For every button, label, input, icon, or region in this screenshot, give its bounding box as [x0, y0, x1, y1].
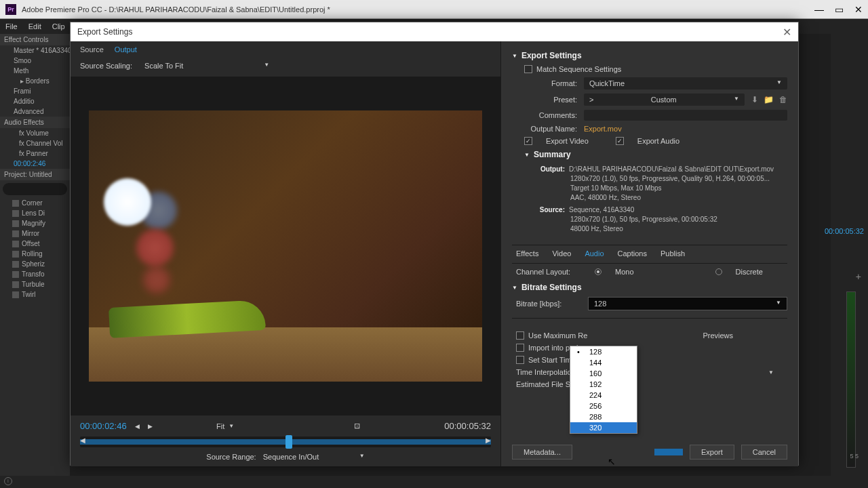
right-panel: 00:00:05:32 + 5 5	[831, 34, 868, 488]
export-settings-header[interactable]: ▼Export Settings	[512, 48, 787, 63]
search-input[interactable]	[3, 183, 67, 195]
start-timecode-checkbox[interactable]	[516, 356, 524, 364]
bitrate-option-224[interactable]: 224	[570, 390, 637, 401]
crop-icon[interactable]: ⊡	[354, 422, 360, 430]
preview-image	[89, 110, 482, 382]
format-dropdown[interactable]: QuickTime▼	[584, 77, 787, 89]
bitrate-option-288[interactable]: 288	[570, 411, 637, 422]
timeline-timecode: 00:00:05:32	[825, 227, 864, 235]
maximize-icon[interactable]: ▭	[835, 4, 844, 15]
app-title-bar: Pr Adobe Premiere Pro CC - D:\RAHUL PARI…	[0, 0, 868, 19]
step-back-icon[interactable]: ◀	[135, 423, 140, 430]
range-slider[interactable]: ◀▶	[80, 436, 491, 447]
save-preset-icon[interactable]: ⬇	[751, 95, 758, 104]
channel-mono-radio[interactable]	[595, 268, 601, 275]
dialog-title-bar: Export Settings ✕	[71, 22, 798, 41]
bitrate-option-320[interactable]: 320	[570, 422, 637, 433]
bitrate-option-128[interactable]: 128	[570, 346, 637, 357]
source-range-dropdown[interactable]: Sequence In/Out▼	[263, 453, 365, 461]
output-name-link[interactable]: Export.mov	[584, 125, 622, 133]
export-video-checkbox[interactable]	[524, 137, 532, 145]
playhead[interactable]	[285, 435, 292, 449]
app-title: Adobe Premiere Pro CC - D:\RAHUL PARIHAR…	[22, 5, 814, 14]
bitrate-option-144[interactable]: 144	[570, 357, 637, 368]
scaling-label: Source Scaling:	[80, 62, 132, 70]
comments-input[interactable]	[584, 110, 787, 121]
bitrate-option-160[interactable]: 160	[570, 368, 637, 379]
close-icon[interactable]: ✕	[854, 4, 863, 15]
minimize-icon[interactable]: —	[814, 4, 824, 15]
export-audio-checkbox[interactable]	[616, 137, 624, 145]
tab-audio[interactable]: Audio	[585, 249, 604, 258]
tab-video[interactable]: Video	[552, 249, 571, 258]
step-fwd-icon[interactable]: ▶	[148, 423, 153, 430]
tab-effects[interactable]: Effects	[516, 249, 538, 258]
dialog-close-button[interactable]: ✕	[783, 26, 791, 39]
export-settings-dialog: Export Settings ✕ Source Output Source S…	[70, 22, 799, 466]
preview-area	[71, 77, 500, 415]
bitrate-option-192[interactable]: 192	[570, 379, 637, 390]
tab-output[interactable]: Output	[115, 45, 137, 54]
fit-dropdown[interactable]: Fit▼	[216, 422, 234, 430]
info-icon[interactable]: i	[4, 477, 12, 485]
dialog-title: Export Settings	[77, 27, 132, 37]
source-range-label: Source Range:	[206, 453, 256, 461]
summary-header[interactable]: ▼Summary	[512, 147, 787, 162]
bitrate-dropdown[interactable]: 128▼	[588, 297, 787, 310]
left-sidebar: Effect Controls Master * 416A3340 Smoo M…	[0, 34, 70, 488]
max-render-checkbox[interactable]	[516, 331, 524, 340]
queue-button[interactable]	[654, 449, 683, 455]
cancel-button[interactable]: Cancel	[741, 445, 787, 460]
match-sequence-checkbox[interactable]	[524, 65, 532, 73]
delete-preset-icon[interactable]: 🗑	[779, 95, 787, 104]
menu-file[interactable]: File	[5, 22, 18, 30]
menu-edit[interactable]: Edit	[28, 22, 41, 30]
scaling-dropdown[interactable]: Scale To Fit▼	[139, 60, 275, 71]
master-clip[interactable]: Master * 416A3340	[0, 45, 70, 56]
import-project-checkbox[interactable]	[516, 344, 524, 352]
import-preset-icon[interactable]: 📁	[764, 95, 774, 104]
bitrate-settings-header[interactable]: ▼Bitrate Settings	[512, 280, 787, 295]
bitrate-option-256[interactable]: 256	[570, 401, 637, 411]
in-timecode[interactable]: 00:00:02:46	[80, 421, 127, 431]
preset-dropdown[interactable]: >Custom▼	[584, 94, 745, 106]
app-icon: Pr	[5, 4, 16, 15]
project-header[interactable]: Project: Untitled	[0, 169, 70, 180]
tab-publish[interactable]: Publish	[660, 249, 685, 258]
add-icon[interactable]: +	[856, 271, 861, 282]
menu-clip[interactable]: Clip	[52, 22, 65, 30]
out-timecode: 00:00:05:32	[444, 421, 491, 431]
metadata-button[interactable]: Metadata...	[512, 445, 572, 460]
bitrate-options-popup: 128 144 160 192 224 256 288 320	[570, 346, 637, 434]
audio-effects-header: Audio Effects	[0, 117, 70, 128]
tab-captions[interactable]: Captions	[618, 249, 647, 258]
export-button[interactable]: Export	[690, 445, 734, 460]
tab-source[interactable]: Source	[80, 45, 104, 54]
effect-controls-header[interactable]: Effect Controls	[0, 34, 70, 45]
channel-discrete-radio[interactable]	[715, 268, 722, 275]
status-bar: i	[0, 476, 868, 488]
audio-meter	[846, 291, 856, 468]
